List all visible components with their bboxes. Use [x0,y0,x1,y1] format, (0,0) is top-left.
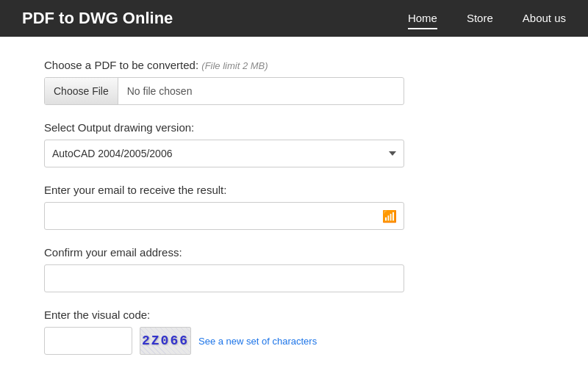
confirm-email-input[interactable] [44,264,404,292]
nav-about[interactable]: About us [523,8,566,29]
file-upload-section: Choose a PDF to be converted: (File limi… [44,59,544,105]
output-version-label: Select Output drawing version: [44,121,544,134]
nav-home[interactable]: Home [408,8,437,29]
header: PDF to DWG Online Home Store About us [0,0,588,37]
email-input[interactable] [44,202,404,230]
logo: PDF to DWG Online [22,9,408,28]
captcha-section: Enter the visual code: 2Z066 See a new s… [44,309,544,355]
output-version-select[interactable]: AutoCAD 2004/2005/2006 AutoCAD 2007/2008… [44,140,404,167]
email-input-wrapper: 📶 [44,202,404,230]
captcha-input[interactable] [44,327,132,355]
output-select-wrapper: AutoCAD 2004/2005/2006 AutoCAD 2007/2008… [44,140,404,167]
email-icon: 📶 [382,209,397,223]
file-input-area: Choose File No file chosen [44,77,404,105]
file-size-note: (File limit 2 MB) [201,60,268,71]
refresh-captcha-link[interactable]: See a new set of characters [198,336,317,347]
confirm-email-section: Confirm your email address: [44,246,544,292]
file-chosen-text: No file chosen [118,85,193,97]
nav-store[interactable]: Store [467,8,493,29]
captcha-row: 2Z066 See a new set of characters [44,327,544,355]
email-label: Enter your email to receive the result: [44,184,544,196]
email-section: Enter your email to receive the result: … [44,184,544,230]
captcha-label: Enter the visual code: [44,309,544,321]
file-upload-label: Choose a PDF to be converted: (File limi… [44,59,544,71]
output-version-section: Select Output drawing version: AutoCAD 2… [44,121,544,167]
captcha-image: 2Z066 [140,327,191,355]
choose-file-button[interactable]: Choose File [45,78,118,104]
nav: Home Store About us [408,8,566,29]
confirm-email-label: Confirm your email address: [44,246,544,259]
main-content: Choose a PDF to be converted: (File limi… [0,37,588,368]
